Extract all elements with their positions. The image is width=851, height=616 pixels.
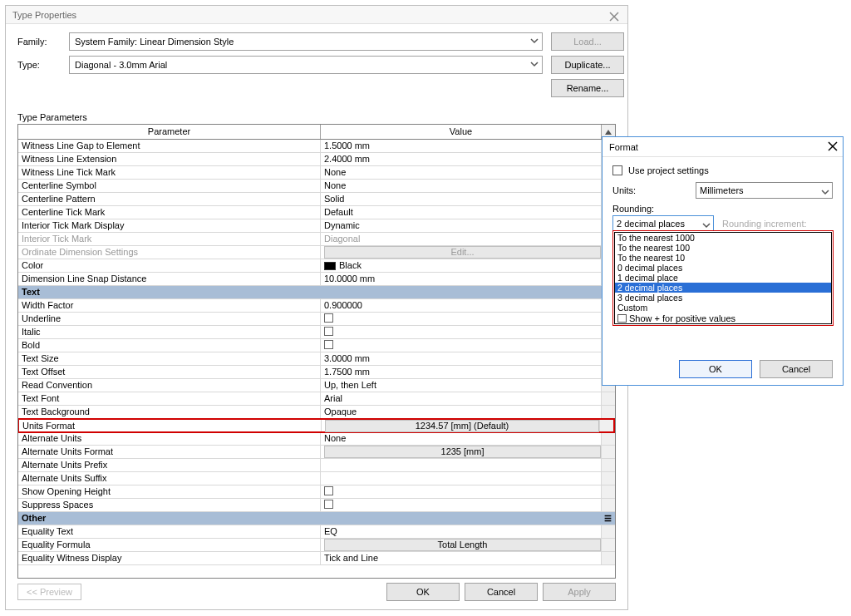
param-value[interactable] [321,326,602,338]
param-value[interactable]: Total Length [321,539,602,551]
value-button[interactable]: Edit... [324,246,601,259]
param-value[interactable]: Black [321,259,602,272]
param-value[interactable]: None [321,180,602,192]
table-row[interactable]: Interior Tick MarkDiagonal [18,233,615,246]
table-row[interactable]: Text Size3.0000 mm [18,352,615,366]
param-value[interactable]: 1.7500 mm [321,366,602,378]
table-row[interactable]: Centerline PatternSolid [18,193,615,206]
table-row[interactable]: Show Opening Height [18,485,615,499]
scroll-track[interactable] [602,539,615,551]
table-row[interactable]: Centerline SymbolNone [18,180,615,193]
table-row[interactable]: Underline [18,313,615,326]
scroll-track[interactable] [602,406,615,418]
use-project-settings-checkbox[interactable] [612,165,622,175]
param-value[interactable]: Opaque [321,406,602,418]
table-row[interactable]: Equality FormulaTotal Length [18,539,615,552]
table-row[interactable]: Italic [18,326,615,339]
param-value[interactable]: 10.0000 mm [321,273,602,285]
group-collapse[interactable]: ☰ [321,512,615,525]
scroll-track[interactable] [602,472,615,485]
family-combo[interactable]: System Family: Linear Dimension Style [69,32,543,51]
preview-button[interactable]: << Preview [17,584,81,600]
rounding-option[interactable]: Custom [615,303,831,313]
table-row[interactable]: Text FontArial [18,392,615,406]
scroll-track[interactable] [602,552,615,564]
checkbox[interactable] [324,327,333,336]
param-value[interactable] [321,313,602,325]
param-value[interactable]: Diagonal [321,233,602,245]
table-row[interactable]: Witness Line Extension2.4000 mm [18,153,615,166]
param-value[interactable]: Up, then Left [321,379,602,392]
table-row[interactable]: Witness Line Tick MarkNone [18,166,615,180]
format-cancel-button[interactable]: Cancel [760,360,833,378]
param-value[interactable]: None [321,166,602,179]
table-row[interactable]: Text BackgroundOpaque [18,406,615,419]
param-value[interactable]: 1235 [mm] [321,446,602,458]
param-value[interactable]: Edit... [321,246,602,259]
col-value[interactable]: Value [321,125,602,139]
rounding-dropdown[interactable]: To the nearest 1000To the nearest 100To … [614,232,832,324]
value-button[interactable]: 1235 [mm] [324,446,601,458]
rounding-option[interactable]: 0 decimal places [615,263,831,273]
param-value[interactable]: 0.900000 [321,299,602,312]
scroll-track[interactable] [602,446,615,458]
checkbox[interactable] [324,340,333,349]
table-row[interactable]: Suppress Spaces [18,499,615,512]
col-parameter[interactable]: Parameter [18,125,321,139]
param-value[interactable]: Dynamic [321,219,602,232]
table-row[interactable]: Text Offset1.7500 mm [18,366,615,379]
table-row[interactable]: Other☰ [18,512,615,525]
load-button[interactable]: Load... [551,32,624,51]
table-row[interactable]: Ordinate Dimension SettingsEdit... [18,246,615,259]
table-row[interactable]: Centerline Tick MarkDefault [18,206,615,219]
scroll-track[interactable] [602,459,615,471]
ok-button[interactable]: OK [386,583,460,601]
table-row[interactable]: Interior Tick Mark DisplayDynamic [18,219,615,233]
scroll-track[interactable] [602,499,615,511]
scroll-track[interactable] [600,420,613,431]
table-row[interactable]: Bold [18,339,615,352]
scroll-track[interactable] [602,525,615,538]
format-ok-button[interactable]: OK [679,360,752,378]
close-icon[interactable] [609,9,621,21]
table-row[interactable]: Alternate Units Prefix [18,459,615,472]
table-row[interactable]: Read ConventionUp, then Left [18,379,615,392]
param-value[interactable]: Arial [321,392,602,405]
value-button[interactable]: Total Length [324,539,601,551]
param-value[interactable] [321,485,602,498]
param-value[interactable]: 1.5000 mm [321,140,602,152]
duplicate-button[interactable]: Duplicate... [551,56,624,74]
scroll-track[interactable] [602,432,615,445]
param-value[interactable]: 2.4000 mm [321,153,602,165]
table-row[interactable]: Width Factor0.900000 [18,299,615,313]
type-combo[interactable]: Diagonal - 3.0mm Arial [69,56,543,74]
table-row[interactable]: Equality TextEQ [18,525,615,539]
table-row[interactable]: ColorBlack [18,259,615,273]
param-value[interactable] [321,459,602,471]
param-value[interactable]: Tick and Line [321,552,602,564]
checkbox[interactable] [324,500,333,509]
table-row[interactable]: Witness Line Gap to Element1.5000 mm [18,140,615,153]
table-row[interactable]: Units Format1234.57 [mm] (Default) [18,418,615,433]
cancel-button[interactable]: Cancel [465,583,538,601]
apply-button[interactable]: Apply [543,583,616,601]
rename-button[interactable]: Rename... [551,79,624,97]
table-row[interactable]: Equality Witness DisplayTick and Line [18,552,615,565]
show-plus-option[interactable]: Show + for positive values [615,313,831,323]
param-value[interactable]: 1234.57 [mm] (Default) [322,420,600,431]
table-row[interactable]: Alternate UnitsNone [18,432,615,446]
scroll-track[interactable] [602,485,615,498]
table-row[interactable]: Dimension Line Snap Distance10.0000 mm [18,273,615,286]
checkbox[interactable] [617,314,627,323]
close-icon[interactable] [828,141,838,153]
checkbox[interactable] [324,313,333,323]
param-value[interactable]: Default [321,206,602,219]
param-value[interactable] [321,499,602,511]
param-value[interactable]: 3.0000 mm [321,352,602,365]
rounding-option[interactable]: 1 decimal place [615,273,831,283]
rounding-option[interactable]: To the nearest 10 [615,253,831,263]
rounding-option[interactable]: To the nearest 1000 [615,233,831,243]
param-value[interactable] [321,472,602,485]
checkbox[interactable] [324,486,333,495]
table-row[interactable]: Alternate Units Format1235 [mm] [18,446,615,459]
